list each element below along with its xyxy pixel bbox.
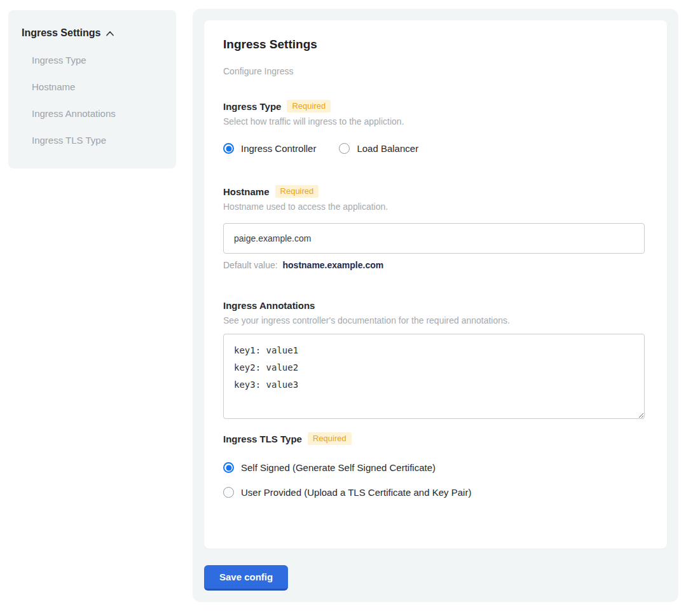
radio-unselected-icon[interactable] xyxy=(223,487,234,498)
ingress-type-help: Select how traffic will ingress to the a… xyxy=(223,116,648,127)
settings-card: Ingress Settings Configure Ingress Ingre… xyxy=(204,20,667,549)
ingress-type-radio-group: Ingress Controller Load Balancer xyxy=(223,143,648,154)
section-ingress-tls-type: Ingress TLS Type Required Self Signed (G… xyxy=(223,432,648,498)
ingress-type-label: Ingress Type xyxy=(223,101,281,112)
hostname-label: Hostname xyxy=(223,186,270,197)
hostname-input[interactable] xyxy=(223,223,645,254)
radio-user-provided-label: User Provided (Upload a TLS Certificate … xyxy=(241,487,471,498)
sidebar-panel: Ingress Settings Ingress Type Hostname I… xyxy=(8,10,176,168)
radio-selected-icon[interactable] xyxy=(223,143,234,154)
sidebar-item-ingress-type[interactable]: Ingress Type xyxy=(22,55,163,65)
chevron-up-icon xyxy=(105,29,115,39)
required-badge: Required xyxy=(287,100,331,113)
default-value-note: Default value: hostname.example.com xyxy=(223,260,648,270)
radio-ingress-controller[interactable]: Ingress Controller xyxy=(223,143,316,154)
radio-load-balancer[interactable]: Load Balancer xyxy=(339,143,418,154)
radio-self-signed[interactable]: Self Signed (Generate Self Signed Certif… xyxy=(223,462,648,473)
radio-ingress-controller-label: Ingress Controller xyxy=(241,143,316,154)
sidebar-title: Ingress Settings xyxy=(22,27,100,39)
sidebar-item-ingress-annotations[interactable]: Ingress Annotations xyxy=(22,108,163,119)
sidebar-section-header[interactable]: Ingress Settings xyxy=(22,27,163,39)
save-row: Save config xyxy=(204,565,667,591)
sidebar-item-ingress-tls-type[interactable]: Ingress TLS Type xyxy=(22,135,163,146)
ingress-tls-type-label: Ingress TLS Type xyxy=(223,434,302,444)
default-value: hostname.example.com xyxy=(283,260,384,270)
radio-unselected-icon[interactable] xyxy=(339,143,350,154)
section-hostname: Hostname Required Hostname used to acces… xyxy=(223,184,648,270)
required-badge: Required xyxy=(275,185,319,198)
annotations-textarea[interactable]: key1: value1 key2: value2 key3: value3 xyxy=(223,334,645,419)
ingress-annotations-help: See your ingress controller's documentat… xyxy=(223,315,648,325)
ingress-tls-radio-group: Self Signed (Generate Self Signed Certif… xyxy=(223,462,648,498)
section-ingress-type: Ingress Type Required Select how traffic… xyxy=(223,99,648,154)
required-badge: Required xyxy=(308,432,352,445)
hostname-help: Hostname used to access the application. xyxy=(223,202,648,212)
settings-panel: Ingress Settings Configure Ingress Ingre… xyxy=(193,9,678,602)
ingress-annotations-label: Ingress Annotations xyxy=(223,300,315,311)
page-subtitle: Configure Ingress xyxy=(223,66,648,76)
default-value-prefix: Default value: xyxy=(223,260,278,270)
sidebar-items: Ingress Type Hostname Ingress Annotation… xyxy=(22,55,163,146)
radio-user-provided[interactable]: User Provided (Upload a TLS Certificate … xyxy=(223,487,648,498)
radio-load-balancer-label: Load Balancer xyxy=(357,143,418,154)
page-title: Ingress Settings xyxy=(223,37,648,52)
sidebar-item-hostname[interactable]: Hostname xyxy=(22,81,163,92)
section-ingress-annotations: Ingress Annotations See your ingress con… xyxy=(223,298,648,419)
save-config-button[interactable]: Save config xyxy=(204,565,288,591)
radio-self-signed-label: Self Signed (Generate Self Signed Certif… xyxy=(241,462,436,473)
radio-selected-icon[interactable] xyxy=(223,462,234,473)
